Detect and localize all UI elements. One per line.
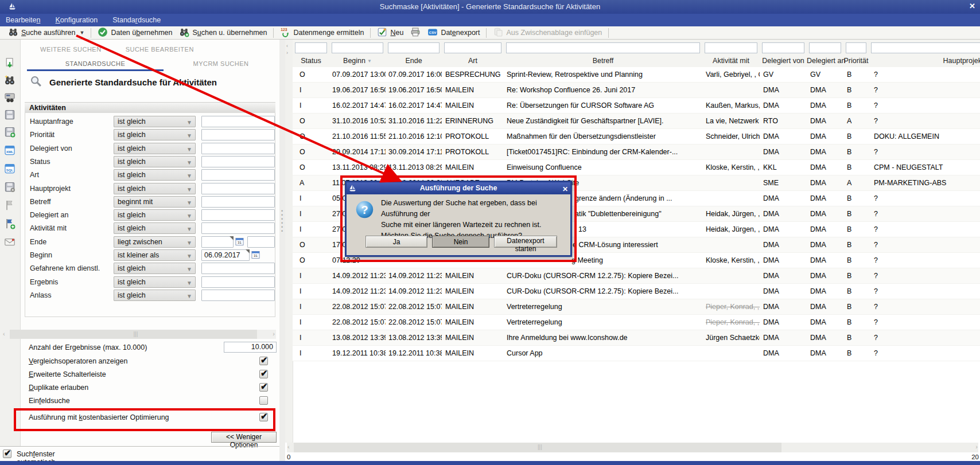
option-checkbox[interactable] [259,357,268,365]
operator-select[interactable]: beginnt mit▼ [114,196,196,208]
value-input[interactable] [201,169,275,181]
dialog-button-nein[interactable]: Nein [432,236,489,248]
operator-select[interactable]: liegt zwischen▼ [114,236,196,248]
column-header-art[interactable]: Art [442,56,504,67]
table-row[interactable]: O07.09.2017 13:0007.09.2017 16:00BESPREC… [293,67,980,83]
calendar-icon[interactable]: 31 [235,237,244,248]
column-filter-input-aktivitaet[interactable] [705,42,757,53]
value-input[interactable] [201,222,275,234]
column-filter-input-art[interactable] [444,42,501,53]
menu-item-konfiguration[interactable]: Konfiguration [55,16,98,24]
column-header-prioritaet[interactable]: Priorität [843,56,869,67]
less-options-button[interactable]: << Weniger Optionen [211,432,277,443]
value-input[interactable] [201,209,275,221]
date-input[interactable]: 06.09.2017 [201,249,250,261]
toolbar-button-search-and-take[interactable]: Suchen u. übernehmen [176,26,270,40]
table-row[interactable]: O13.11.2013 08:2913.11.2013 08:29MAILEIN… [293,160,980,175]
option-checkbox[interactable] [259,413,268,421]
scroll-right-icon[interactable]: › [273,330,275,337]
column-filter-input-delegiert_an[interactable] [809,42,841,53]
option-checkbox[interactable] [259,370,268,378]
column-filter-input-delegiert_von[interactable] [762,42,804,53]
save-settings-icon[interactable] [4,181,15,193]
column-header-aktivitaet[interactable]: Aktivität mit [702,56,760,67]
tab-mycrm-suchen[interactable]: MYCRM SUCHEN [182,60,259,67]
toolbar-button-count-data[interactable]: 123Datenmenge ermitteln [277,26,367,40]
column-header-delegiert_von[interactable]: Delegiert von [760,56,807,67]
table-row[interactable]: I16.02.2017 14:4716.02.2017 14:47MAILEIN… [293,98,980,114]
sql-icon[interactable]: SQL [4,163,15,174]
column-header-status[interactable]: Status [293,56,329,67]
value-input[interactable] [201,290,275,301]
window-close-icon[interactable]: ✕ [969,2,975,10]
dialog-close-icon[interactable]: ✕ [562,183,568,196]
tab-standardsuche[interactable]: STANDARDSUCHE [27,60,164,67]
chevron-down-icon[interactable]: ▼ [80,30,85,36]
table-row[interactable]: I19.12.2011 10:3819.12.2011 10:38MAILEIN… [293,346,980,361]
new-search-icon[interactable] [4,75,15,86]
toolbar-button-take-data[interactable]: Daten übernehmen [94,26,176,40]
column-header-betreff[interactable]: Betreff [504,56,702,67]
operator-select[interactable]: ist gleich▼ [114,156,196,167]
operator-select[interactable]: ist gleich▼ [114,290,196,301]
operator-select[interactable]: ist gleich▼ [114,116,196,127]
value-input[interactable] [201,263,275,274]
column-collapse-icon[interactable]: ‹ [286,43,288,49]
table-row[interactable]: I19.06.2017 16:5019.06.2017 16:50MAILEIN… [293,83,980,98]
value-input[interactable] [201,143,275,154]
toolbar-button-data-export[interactable]: CSVDatenexport [424,26,483,40]
date-input-2[interactable] [247,236,275,248]
table-row[interactable]: I22.08.2012 15:0722.08.2012 15:07MAILEIN… [293,299,980,315]
value-input[interactable] [201,129,275,140]
scroll-right-icon[interactable]: › [975,443,978,450]
dialog-button-datenexport-starten[interactable]: Datenexport starten [494,236,557,248]
column-filter-input-hauptprojekt[interactable] [871,42,980,53]
toolbar-button-new[interactable]: Neu [374,26,407,40]
toolbar-button-run-search[interactable]: Suche ausführen▼ [5,26,88,40]
max-results-input[interactable]: 10.000 [224,342,277,353]
save-add-icon[interactable] [4,126,15,138]
toolbar-button-print[interactable] [407,26,424,40]
auto-open-checkbox[interactable] [3,450,11,458]
column-header-hauptprojekt[interactable]: Hauptprojekt [869,56,980,67]
column-header-beginn[interactable]: Beginn▼ [329,56,386,67]
table-row[interactable]: I13.08.2012 13:3913.08.2012 13:39MAILEIN… [293,330,980,346]
table-row[interactable]: I14.09.2012 11:2314.09.2012 11:23MAILEIN… [293,268,980,284]
column-header-delegiert_an[interactable]: Delegiert an [807,56,843,67]
flag-icon[interactable] [4,200,15,211]
device-search-icon[interactable] [4,92,15,103]
value-input[interactable] [201,196,275,208]
option-checkbox[interactable] [259,396,268,405]
operator-select[interactable]: ist gleich▼ [114,209,196,221]
calendar-icon[interactable]: 31 [251,251,260,261]
operator-select[interactable]: ist kleiner als▼ [114,249,196,261]
column-filter-input-prioritaet[interactable] [846,42,866,53]
operator-select[interactable]: ist gleich▼ [114,222,196,234]
value-input[interactable] [201,156,275,167]
operator-select[interactable]: ist gleich▼ [114,183,196,194]
table-row[interactable]: O29.09.2014 17:1130.09.2014 17:11PROTOKO… [293,144,980,160]
dialog-button-ja[interactable]: Ja [365,236,427,248]
value-input[interactable] [201,183,275,194]
table-row[interactable]: I14.09.2012 11:2314.09.2012 11:23MAILEIN… [293,284,980,299]
column-filter-input-betreff[interactable] [506,42,700,53]
column-expand-icon[interactable]: › [286,50,288,56]
menu-item-bearbeiten[interactable]: Bearbeiten [6,16,40,24]
operator-select[interactable]: ist gleich▼ [114,169,196,181]
operator-select[interactable]: ist gleich▼ [114,276,196,288]
column-header-ende[interactable]: Ende [386,56,442,67]
column-filter-input-ende[interactable] [388,42,440,53]
table-hscrollbar[interactable]: ‹ ||| › [287,443,978,452]
email-icon[interactable] [4,236,15,248]
flag-add-icon[interactable] [4,218,15,229]
panel-hscrollbar[interactable]: ‹ ||| › [2,330,276,339]
operator-select[interactable]: ist gleich▼ [114,263,196,274]
scrollbar-thumb[interactable]: ||| [294,443,781,452]
save-icon[interactable] [4,109,15,120]
value-input[interactable] [201,276,275,288]
table-row[interactable]: I22.08.2012 15:0722.08.2012 15:07MAILEIN… [293,315,980,330]
scrollbar-thumb[interactable]: ||| [10,330,257,339]
option-checkbox[interactable] [259,383,268,392]
operator-select[interactable]: ist gleich▼ [114,143,196,154]
operator-select[interactable]: ist gleich▼ [114,129,196,140]
